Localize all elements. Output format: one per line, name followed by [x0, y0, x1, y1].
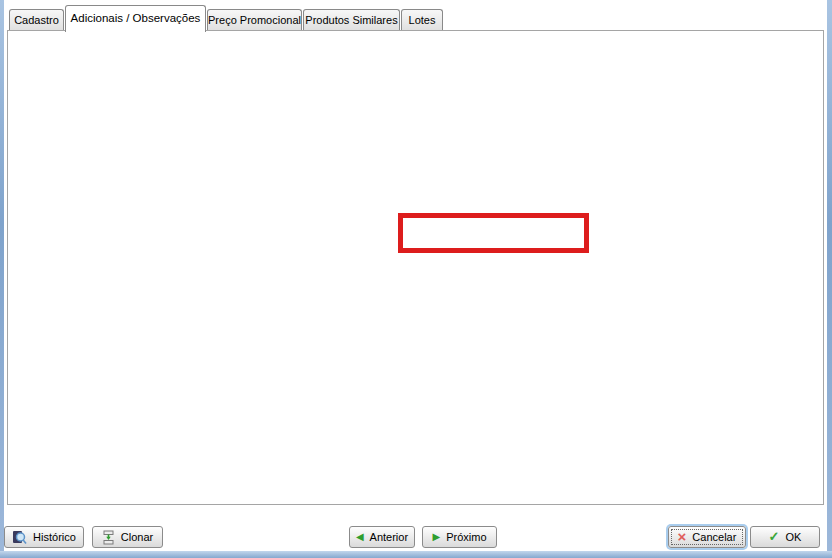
- anterior-button[interactable]: ◀ Anterior: [349, 526, 415, 548]
- historico-button[interactable]: Histórico: [4, 526, 84, 548]
- cancelar-button[interactable]: × Cancelar: [668, 526, 746, 548]
- window-border-bottom: [0, 551, 832, 558]
- ok-button[interactable]: ✓ OK: [750, 526, 820, 548]
- window-border-right: [827, 0, 832, 558]
- product-dialog: Cadastro Adicionais / Observações Preço …: [0, 0, 832, 558]
- tab-preco-promocional[interactable]: Preço Promocional: [207, 9, 302, 30]
- tab-lotes[interactable]: Lotes: [401, 9, 443, 30]
- arrow-left-icon: ◀: [356, 532, 364, 542]
- clonar-button[interactable]: Clonar: [92, 526, 163, 548]
- highlight-rectangle: [398, 213, 589, 253]
- window-border-left: [0, 0, 4, 558]
- history-search-icon: [12, 530, 27, 545]
- proximo-button[interactable]: ▶ Próximo: [422, 526, 497, 548]
- tab-adicionais-observacoes[interactable]: Adicionais / Observações: [65, 5, 206, 32]
- clone-icon: [102, 530, 115, 545]
- arrow-right-icon: ▶: [432, 532, 440, 542]
- check-icon: ✓: [769, 531, 780, 543]
- tab-cadastro[interactable]: Cadastro: [9, 9, 64, 30]
- tab-produtos-similares[interactable]: Produtos Similares: [303, 9, 400, 30]
- cancel-x-icon: ×: [678, 531, 687, 543]
- tab-page: [7, 30, 824, 505]
